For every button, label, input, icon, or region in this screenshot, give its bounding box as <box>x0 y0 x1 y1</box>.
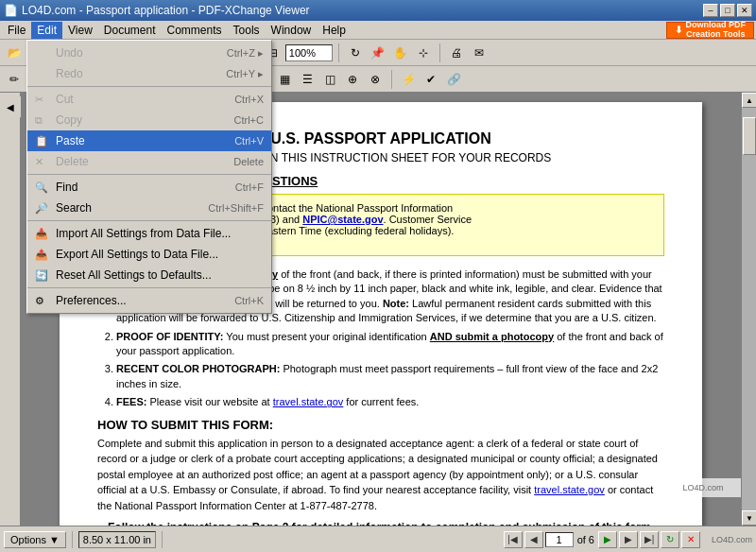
info-link2[interactable]: NPIC@state.gov <box>302 214 383 225</box>
edit-dropdown-menu: Undo Ctrl+Z ▸ Redo Ctrl+Y ▸ ✂ Cut Ctrl+X… <box>26 40 272 314</box>
toolbar-sel-btn[interactable]: ⊹ <box>413 43 434 63</box>
menu-undo[interactable]: Undo Ctrl+Z ▸ <box>27 43 271 63</box>
find-label: Find <box>56 181 235 194</box>
menu-cut[interactable]: ✂ Cut Ctrl+X <box>27 89 271 110</box>
search-icon: 🔎 <box>35 202 52 215</box>
prefs-icon: ⚙ <box>35 295 52 307</box>
menu-section-settings: 📥 Import All Settings from Data File... … <box>27 221 271 288</box>
nav-last-btn[interactable]: ▶| <box>640 531 659 548</box>
menu-redo[interactable]: Redo Ctrl+Y ▸ <box>27 63 271 84</box>
menu-file[interactable]: File <box>2 22 31 39</box>
scroll-down-btn[interactable]: ▼ <box>742 510 756 526</box>
zoom-input[interactable] <box>285 44 333 61</box>
menu-section-clipboard: ✂ Cut Ctrl+X ⧉ Copy Ctrl+C 📋 Paste Ctrl+… <box>27 87 271 175</box>
doc-list-item4: FEES: Please visit our website at travel… <box>116 395 664 409</box>
nav-next-btn[interactable]: ▶ <box>619 531 638 548</box>
menu-window[interactable]: Window <box>266 22 318 39</box>
doc-section2-body: Complete and submit this application in … <box>97 436 664 514</box>
maximize-button[interactable]: □ <box>720 4 735 17</box>
cut-label: Cut <box>56 93 234 106</box>
toolbar2-btn13[interactable]: ☰ <box>297 69 318 90</box>
export-icon: 📤 <box>35 249 52 261</box>
undo-label: Undo <box>56 46 227 60</box>
download-label: Download PDFCreation Tools <box>686 21 747 40</box>
title-bar-text: LO4D.com - Passport application - PDF-XC… <box>22 4 310 17</box>
nav-play-btn[interactable]: ▶ <box>598 531 617 548</box>
toolbar2-btn18[interactable]: ✔ <box>421 69 441 90</box>
toolbar-email-btn[interactable]: ✉ <box>469 43 490 63</box>
toolbar-print-btn[interactable]: 🖨 <box>446 43 467 63</box>
options-label: Options <box>10 534 46 545</box>
menu-reset[interactable]: 🔄 Reset All Settings to Defaults... <box>27 265 271 285</box>
fees-link[interactable]: travel.state.gov <box>273 396 344 407</box>
doc-section2-title: HOW TO SUBMIT THIS FORM: <box>97 418 664 432</box>
menu-view[interactable]: View <box>62 22 98 39</box>
toolbar-rotate-btn[interactable]: ↻ <box>345 43 366 63</box>
options-button[interactable]: Options ▼ <box>4 531 66 548</box>
menu-search[interactable]: 🔎 Search Ctrl+Shift+F <box>27 198 271 218</box>
page-number-input[interactable]: 1 <box>545 532 574 547</box>
import-label: Import All Settings from Data File... <box>56 227 264 240</box>
toolbar2-btn14[interactable]: ◫ <box>319 69 340 90</box>
status-size: 8.50 x 11.00 in <box>78 531 156 548</box>
nav-first-btn[interactable]: |◀ <box>504 531 523 548</box>
toolbar2-btn1[interactable]: ✏ <box>4 69 25 90</box>
search-label: Search <box>56 201 208 215</box>
menu-delete[interactable]: ✕ Delete Delete <box>27 151 271 172</box>
toolbar-hand-btn[interactable]: ✋ <box>390 43 411 63</box>
menu-export[interactable]: 📤 Export All Settings to Data File... <box>27 244 271 265</box>
submit-link[interactable]: travel.state.gov <box>534 484 605 495</box>
toolbar-sep-6 <box>439 43 440 62</box>
menu-tools[interactable]: Tools <box>228 22 266 39</box>
doc-list-item3: RECENT COLOR PHOTOGRAPH: Photograph must… <box>116 362 664 391</box>
doc-list-item2: PROOF OF IDENTITY: You must present your… <box>116 330 664 359</box>
export-label: Export All Settings to Data File... <box>56 248 264 261</box>
nav-prev-btn[interactable]: ◀ <box>524 531 543 548</box>
delete-label: Delete <box>56 155 233 168</box>
size-label: 8.50 x 11.00 in <box>83 534 151 545</box>
page-of-label: of 6 <box>576 534 596 545</box>
menu-preferences[interactable]: ⚙ Preferences... Ctrl+K <box>27 290 271 311</box>
download-pdf-button[interactable]: ⬇ Download PDFCreation Tools <box>666 22 755 39</box>
menu-import[interactable]: 📥 Import All Settings from Data File... <box>27 223 271 244</box>
menu-find[interactable]: 🔍 Find Ctrl+F <box>27 177 271 198</box>
nav-refresh-btn[interactable]: ↻ <box>661 531 679 548</box>
minimize-button[interactable]: – <box>703 4 718 17</box>
title-bar: 📄 LO4D.com - Passport application - PDF-… <box>0 0 756 21</box>
menu-copy[interactable]: ⧉ Copy Ctrl+C <box>27 110 271 130</box>
menu-help[interactable]: Help <box>317 22 352 39</box>
status-bar: Options ▼ 8.50 x 11.00 in |◀ ◀ 1 of 6 ▶ … <box>0 526 756 552</box>
open-icon: 📂 <box>8 46 22 60</box>
menu-section-undoredo: Undo Ctrl+Z ▸ Redo Ctrl+Y ▸ <box>27 41 271 87</box>
status-sep-2 <box>162 531 163 548</box>
left-panel-btn[interactable]: ◀ <box>0 96 21 117</box>
toolbar2-btn19[interactable]: 🔗 <box>443 69 464 90</box>
reset-icon: 🔄 <box>35 269 52 282</box>
close-button[interactable]: ✕ <box>737 4 752 17</box>
redo-shortcut: Ctrl+Y ▸ <box>226 68 264 80</box>
scroll-thumb[interactable] <box>743 117 756 155</box>
menu-document[interactable]: Document <box>98 22 162 39</box>
menu-comments[interactable]: Comments <box>162 22 228 39</box>
menu-paste[interactable]: 📋 Paste Ctrl+V <box>27 130 271 151</box>
find-icon: 🔍 <box>35 181 52 194</box>
copy-icon: ⧉ <box>35 114 52 127</box>
delete-shortcut: Delete <box>233 156 264 167</box>
toolbar2-btn17[interactable]: ⚡ <box>398 69 419 90</box>
toolbar2-btn12[interactable]: ▦ <box>274 69 295 90</box>
reset-label: Reset All Settings to Defaults... <box>56 268 264 282</box>
scroll-up-btn[interactable]: ▲ <box>742 93 756 108</box>
toolbar2-btn16[interactable]: ⊗ <box>365 69 386 90</box>
search-shortcut: Ctrl+Shift+F <box>208 202 264 214</box>
toolbar-snap-btn[interactable]: 📌 <box>368 43 388 63</box>
delete-icon: ✕ <box>35 156 52 168</box>
find-shortcut: Ctrl+F <box>235 181 264 193</box>
nav-stop-btn[interactable]: ✕ <box>681 531 700 548</box>
toolbar2-sep-3 <box>391 70 392 89</box>
toolbar2-btn15[interactable]: ⊕ <box>342 69 363 90</box>
lo4d-watermark: LO4D.com <box>665 478 741 497</box>
toolbar-open-btn[interactable]: 📂 <box>4 43 25 63</box>
menu-edit[interactable]: Edit <box>31 22 62 39</box>
scroll-track[interactable] <box>742 108 756 510</box>
watermark-text: LO4D.com <box>682 483 723 492</box>
